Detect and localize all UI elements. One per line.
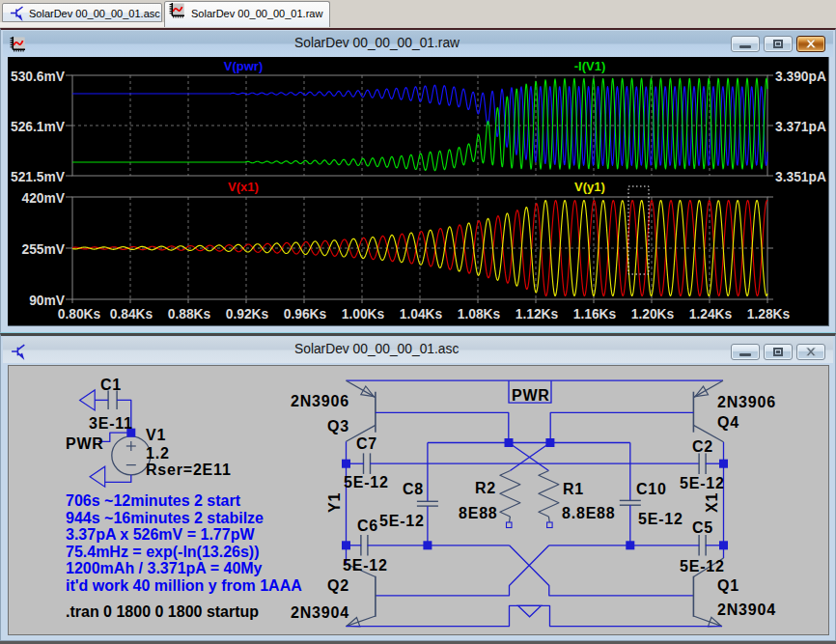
svg-text:5E-12: 5E-12 [379,513,425,529]
svg-text:530.6mV: 530.6mV [11,70,66,84]
svg-text:5E-12: 5E-12 [638,511,683,527]
svg-text:0.84Ks: 0.84Ks [110,307,153,322]
svg-text:C10: C10 [636,481,667,497]
svg-text:Q1: Q1 [717,577,739,594]
svg-text:255mV: 255mV [22,242,66,257]
svg-text:1200mAh / 3.371pA = 40My: 1200mAh / 3.371pA = 40My [66,560,263,576]
svg-text:1.16Ks: 1.16Ks [573,307,617,322]
svg-text:2N3906: 2N3906 [717,394,776,410]
svg-text:V(pwr): V(pwr) [224,59,263,73]
svg-text:944s ~16minutes 2 stabilze: 944s ~16minutes 2 stabilze [66,510,264,526]
svg-text:2N3906: 2N3906 [291,393,349,409]
svg-text:Q2: Q2 [327,577,349,594]
svg-text:3.371pA: 3.371pA [775,120,826,134]
svg-text:C7: C7 [356,435,377,452]
svg-text:1.28Ks: 1.28Ks [747,307,791,322]
svg-text:0.92Ks: 0.92Ks [226,307,269,322]
svg-text:1.12Ks: 1.12Ks [516,307,559,322]
svg-text:V(x1): V(x1) [228,180,259,194]
svg-text:C6: C6 [357,518,378,534]
svg-text:it'd work 40 million y from 1A: it'd work 40 million y from 1AAA [66,577,302,594]
svg-text:PWR: PWR [512,387,550,404]
svg-text:3.390pA: 3.390pA [775,70,826,84]
svg-text:75.4mHz = exp(-ln(13.26s)): 75.4mHz = exp(-ln(13.26s)) [66,544,260,560]
svg-text:2N3904: 2N3904 [717,602,776,618]
svg-text:420mV: 420mV [22,191,66,206]
svg-text:5E-12: 5E-12 [680,475,725,491]
svg-text:0.96Ks: 0.96Ks [284,307,327,322]
svg-text:PWR: PWR [66,435,104,452]
svg-text:8E88: 8E88 [459,505,498,521]
svg-text:Y1: Y1 [326,492,343,513]
svg-text:8.8E88: 8.8E88 [562,505,616,521]
svg-text:C1: C1 [100,377,122,393]
svg-text:90mV: 90mV [29,294,66,308]
svg-text:3.351pA: 3.351pA [775,170,826,184]
svg-text:C5: C5 [692,519,713,536]
svg-text:5E-12: 5E-12 [344,474,389,490]
svg-text:1.20Ks: 1.20Ks [631,307,675,322]
svg-text:.tran 0 1800 0 1800 startup: .tran 0 1800 0 1800 startup [66,603,259,620]
svg-text:1.24Ks: 1.24Ks [689,307,733,322]
svg-text:521.5mV: 521.5mV [11,170,66,184]
svg-text:Q4: Q4 [717,414,739,431]
svg-text:R1: R1 [563,481,584,497]
svg-text:1.00Ks: 1.00Ks [342,307,385,322]
svg-text:1.2: 1.2 [146,445,170,462]
svg-text:Rser=2E11: Rser=2E11 [146,462,232,478]
svg-text:5E-12: 5E-12 [680,558,725,574]
svg-text:V(y1): V(y1) [574,180,605,194]
svg-text:V1: V1 [146,427,166,443]
svg-text:1.04Ks: 1.04Ks [400,307,443,322]
svg-text:0.80Ks: 0.80Ks [58,307,101,322]
svg-text:-I(V1): -I(V1) [574,59,606,73]
svg-text:X1: X1 [704,492,720,513]
svg-text:3.37pA x 526mV = 1.77pW: 3.37pA x 526mV = 1.77pW [66,526,255,543]
svg-text:526.1mV: 526.1mV [11,120,66,134]
svg-text:Q3: Q3 [327,418,349,434]
svg-text:5E-12: 5E-12 [343,557,388,574]
svg-text:3E-11: 3E-11 [89,415,133,432]
svg-text:1.08Ks: 1.08Ks [458,307,501,322]
svg-text:R2: R2 [475,480,496,496]
svg-text:C8: C8 [403,481,424,497]
svg-text:2N3904: 2N3904 [291,604,349,621]
svg-text:0.88Ks: 0.88Ks [168,307,211,322]
svg-text:706s ~12minutes 2 start: 706s ~12minutes 2 start [66,492,241,509]
svg-text:C2: C2 [692,438,713,455]
